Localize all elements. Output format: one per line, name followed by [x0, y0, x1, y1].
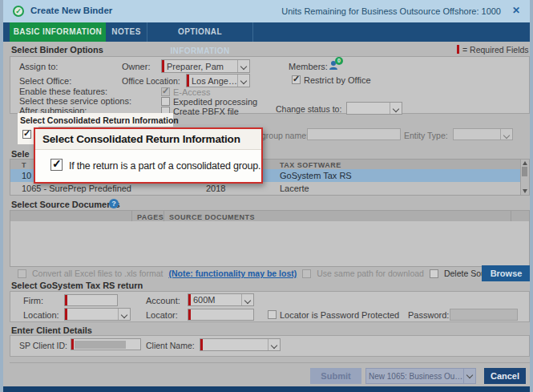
- popup-consolidated-checkbox[interactable]: [50, 159, 63, 171]
- binder-type-select[interactable]: New 1065: Business Outsourc...: [365, 368, 476, 384]
- firm-input[interactable]: [64, 294, 118, 306]
- required-marker: [65, 309, 67, 320]
- chevron-down-icon: [463, 369, 475, 383]
- window-title: Create New Binder: [30, 6, 112, 15]
- source-documents-column-header: SOURCE DOCUMENTS: [169, 213, 255, 221]
- delete-source-docs-checkbox[interactable]: [430, 269, 438, 278]
- account-select[interactable]: 600M: [188, 293, 254, 306]
- pages-column-header: PAGES: [137, 213, 164, 221]
- binder-options-section-label: Select Binder Options: [11, 45, 103, 55]
- consolidated-return-popup: Select Consolidated Return Information I…: [34, 127, 263, 184]
- browse-button[interactable]: Browse: [482, 265, 531, 281]
- footer-divider: [10, 362, 530, 363]
- template-software-cell: Lacerte: [280, 184, 309, 193]
- convert-excel-label: Convert all Excel files to .xls format: [32, 269, 163, 278]
- password-label: Password:: [408, 310, 449, 320]
- client-name-select[interactable]: [200, 338, 281, 351]
- window-bottom-border: [3, 386, 530, 392]
- create-pbfx-label: Create PBFX file: [173, 107, 239, 116]
- chevron-down-icon: [237, 60, 249, 72]
- column-divider: [131, 211, 132, 221]
- column-divider: [511, 211, 511, 221]
- titlebar: ✓ Create New Binder Units Remaining for …: [3, 0, 530, 22]
- owner-value: Preparer, Pam: [164, 62, 237, 71]
- tab-optional-information[interactable]: OPTIONAL INFORMATION: [147, 22, 253, 42]
- entity-type-select[interactable]: [453, 128, 513, 140]
- binder-check-icon: ✓: [13, 6, 24, 17]
- select-office-label: Select Office:: [19, 76, 71, 86]
- office-location-label: Office Location:: [122, 76, 180, 86]
- popup-titlebar: Select Consolidated Return Information: [35, 129, 261, 150]
- entity-type-label: Entity Type:: [404, 131, 448, 140]
- consolidated-group-name-label: group name:: [261, 131, 309, 140]
- template-row[interactable]: 1065 - SurePrep Predefined 2018 Lacerte: [10, 182, 520, 195]
- members-count-badge: 0: [335, 57, 343, 65]
- office-location-value: Los Angeles: [189, 76, 237, 86]
- chevron-down-icon: [500, 129, 512, 139]
- owner-label: Owner:: [122, 62, 150, 71]
- chevron-down-icon: [237, 75, 249, 87]
- eaccess-label: E-Access: [173, 87, 210, 97]
- consolidated-group-checkbox[interactable]: [22, 130, 31, 139]
- account-value: 600M: [191, 295, 241, 305]
- use-same-path-checkbox: [302, 269, 311, 278]
- locator-password-protected-checkbox[interactable]: [268, 310, 277, 319]
- change-status-select[interactable]: [346, 102, 402, 115]
- locator-input[interactable]: [188, 309, 254, 321]
- consolidated-group-name-input[interactable]: [307, 128, 401, 140]
- template-name-cell: 1065 - SurePrep Predefined: [22, 184, 131, 193]
- sp-client-id-input[interactable]: [71, 338, 141, 350]
- location-select[interactable]: [64, 308, 131, 321]
- tax-software-column-header: TAX SOFTWARE: [280, 161, 341, 169]
- template-year-cell: 2018: [206, 184, 225, 193]
- required-legend: = Required Fields: [462, 45, 529, 55]
- enable-features-label: Enable these features:: [19, 87, 107, 96]
- close-icon[interactable]: ✕: [512, 5, 520, 16]
- expedited-processing-label: Expedited processing: [173, 97, 257, 107]
- templates-scrollbar[interactable]: [520, 160, 529, 195]
- help-icon[interactable]: ?: [109, 199, 119, 208]
- submit-button[interactable]: Submit: [310, 368, 361, 384]
- tab-notes[interactable]: NOTES: [106, 22, 147, 42]
- scrollbar-thumb[interactable]: [522, 167, 527, 176]
- chevron-down-icon: [118, 309, 130, 320]
- expedited-processing-checkbox[interactable]: [161, 97, 170, 106]
- location-label: Location:: [23, 310, 59, 320]
- tab-basic-information[interactable]: BASIC INFORMATION: [10, 22, 106, 42]
- required-marker: [200, 339, 203, 350]
- create-new-binder-dialog: ✓ Create New Binder Units Remaining for …: [0, 0, 533, 392]
- scroll-up-icon[interactable]: [523, 161, 527, 165]
- template-column-header: T: [22, 161, 26, 169]
- client-details-section-label: Enter Client Details: [11, 325, 92, 335]
- source-documents-header: PAGES SOURCE DOCUMENTS: [10, 211, 529, 221]
- convert-excel-checkbox: [18, 269, 26, 278]
- members-label: Members:: [289, 62, 328, 71]
- required-marker: [188, 309, 191, 320]
- popup-title: Select Consolidated Return Information: [42, 133, 240, 145]
- use-same-path-label: Use same path for download: [317, 269, 424, 278]
- required-marker: [65, 295, 67, 305]
- restrict-by-office-checkbox[interactable]: [292, 75, 301, 84]
- required-marker: [457, 45, 459, 54]
- cancel-button[interactable]: Cancel: [484, 368, 526, 384]
- chevron-down-icon: [241, 294, 253, 305]
- functionality-note-link[interactable]: (Note: functionality may be lost): [168, 269, 297, 278]
- binder-type-value: New 1065: Business Outsourc...: [366, 372, 463, 381]
- office-location-select[interactable]: Los Angeles: [186, 74, 250, 87]
- owner-select[interactable]: Preparer, Pam: [161, 59, 250, 73]
- account-label: Account:: [146, 296, 180, 305]
- change-status-label: Change status to:: [276, 104, 341, 114]
- password-input: [450, 309, 518, 321]
- chevron-down-icon: [390, 103, 402, 114]
- gosystem-section-label: Select GoSystem Tax RS return: [11, 281, 143, 290]
- required-marker: [71, 339, 74, 350]
- restrict-by-office-label: Restrict by Office: [304, 75, 371, 85]
- firm-label: Firm:: [23, 296, 43, 305]
- locator-label: Locator:: [146, 310, 178, 320]
- binder-template-section-label: Sele: [11, 149, 30, 159]
- units-remaining-text: Units Remaining for Business Outsource O…: [281, 6, 501, 16]
- popup-checkbox-label: If the return is a part of a consolidate…: [69, 160, 260, 172]
- chevron-down-icon: [268, 339, 280, 350]
- scroll-down-icon[interactable]: [523, 189, 527, 193]
- template-software-cell: GoSystem Tax RS: [280, 171, 352, 180]
